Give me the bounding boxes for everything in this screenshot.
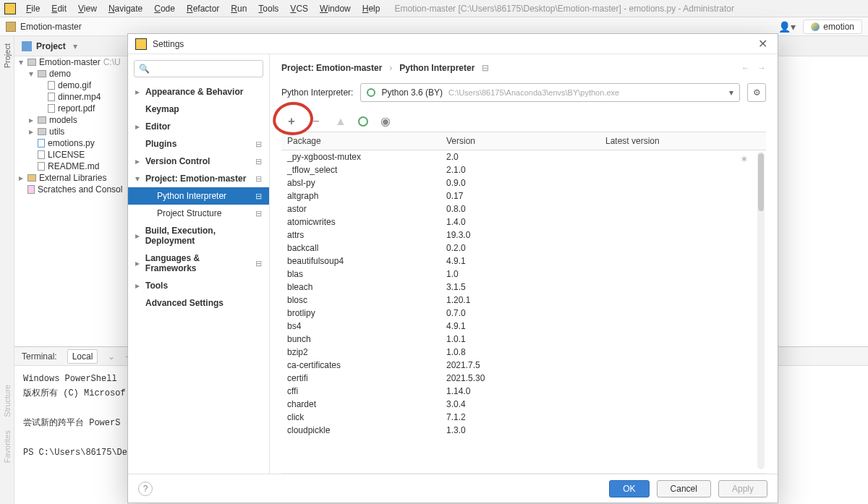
settings-category[interactable]: Plugins⊟: [128, 135, 269, 153]
package-row[interactable]: cloudpickle1.3.0: [281, 424, 766, 437]
dialog-footer: ? OK Cancel Apply: [128, 474, 778, 503]
menu-window[interactable]: Window: [314, 1, 357, 16]
menu-edit[interactable]: Edit: [46, 1, 72, 16]
upgrade-package-button[interactable]: ▲: [333, 115, 348, 128]
show-early-releases-button[interactable]: ◉: [378, 114, 393, 128]
terminal-tab-local[interactable]: Local: [67, 349, 98, 364]
package-row[interactable]: _tflow_select2.1.0: [281, 163, 766, 176]
python-icon: [811, 22, 820, 31]
package-row[interactable]: bzip21.0.8: [281, 346, 766, 359]
interpreter-row: Python Interpreter: Python 3.6 (BY) C:\U…: [281, 83, 766, 102]
loading-spinner-icon: ✶: [740, 153, 749, 165]
package-row[interactable]: chardet3.0.4: [281, 398, 766, 411]
add-package-button[interactable]: +: [284, 115, 299, 128]
folder-icon: [6, 22, 16, 32]
search-icon: 🔍: [139, 64, 150, 74]
help-button[interactable]: ?: [138, 482, 153, 496]
left-tool-gutter: Project Structure Favorites: [0, 36, 14, 504]
dialog-app-icon: [135, 38, 147, 50]
breadcrumb-project[interactable]: Emotion-master: [20, 22, 82, 32]
package-row[interactable]: beautifulsoup44.9.1: [281, 255, 766, 268]
menu-refactor[interactable]: Refactor: [181, 1, 225, 16]
scrollbar-thumb[interactable]: [758, 153, 764, 211]
settings-category[interactable]: ▸Build, Execution, Deployment: [128, 222, 269, 249]
gutter-project[interactable]: Project: [3, 40, 12, 71]
package-scrollbar[interactable]: [757, 152, 765, 469]
header-latest[interactable]: Latest version: [600, 132, 766, 150]
package-row[interactable]: bleach3.1.5: [281, 281, 766, 294]
settings-sidebar: 🔍 ▸Appearance & BehaviorKeymap▸EditorPlu…: [128, 54, 270, 474]
settings-search-input[interactable]: 🔍: [134, 60, 263, 77]
ok-button[interactable]: OK: [609, 480, 649, 497]
terminal-tab-menu[interactable]: ⌄: [108, 351, 115, 362]
settings-category[interactable]: Advanced Settings: [128, 294, 269, 312]
close-icon[interactable]: ✕: [755, 37, 770, 51]
settings-category[interactable]: ▸Languages & Frameworks⊟: [128, 249, 269, 277]
header-package[interactable]: Package: [281, 132, 441, 150]
header-version[interactable]: Version: [441, 132, 600, 150]
main-menubar: FileEditViewNavigateCodeRefactorRunTools…: [0, 0, 868, 17]
menu-vcs[interactable]: VCS: [284, 1, 314, 16]
package-row[interactable]: blas1.0: [281, 268, 766, 281]
package-row[interactable]: click7.1.2: [281, 411, 766, 424]
package-row[interactable]: cffi1.14.0: [281, 385, 766, 398]
package-row[interactable]: altgraph0.17: [281, 189, 766, 202]
settings-category[interactable]: Keymap: [128, 101, 269, 118]
chevron-down-icon[interactable]: ▾: [73, 41, 77, 51]
apply-button[interactable]: Apply: [718, 480, 767, 497]
package-row[interactable]: absl-py0.9.0: [281, 176, 766, 189]
breadcrumb-b: Python Interpreter: [399, 63, 475, 73]
cancel-button[interactable]: Cancel: [657, 480, 711, 497]
menu-tools[interactable]: Tools: [252, 1, 284, 16]
package-rows[interactable]: ✶ _py-xgboost-mutex2.0_tflow_select2.1.0…: [281, 150, 766, 471]
package-row[interactable]: backcall0.2.0: [281, 242, 766, 255]
package-row[interactable]: bunch1.0.1: [281, 333, 766, 346]
package-table: Package Version Latest version ✶ _py-xgb…: [281, 132, 766, 474]
settings-category[interactable]: ▸Appearance & Behavior: [128, 83, 269, 101]
run-config-pill[interactable]: emotion: [803, 20, 862, 34]
settings-category[interactable]: ▸Tools: [128, 277, 269, 294]
package-row[interactable]: bs44.9.1: [281, 320, 766, 333]
menu-help[interactable]: Help: [357, 1, 386, 16]
dialog-titlebar: Settings ✕: [128, 34, 778, 54]
menu-file[interactable]: File: [20, 1, 46, 16]
menu-view[interactable]: View: [72, 1, 103, 16]
settings-category[interactable]: Project Structure⊟: [128, 205, 269, 222]
package-row[interactable]: blosc1.20.1: [281, 294, 766, 307]
settings-category[interactable]: ▸Version Control⊟: [128, 153, 269, 170]
package-row[interactable]: attrs19.3.0: [281, 228, 766, 242]
settings-content: Project: Emotion-master › Python Interpr…: [270, 54, 778, 474]
menu-navigate[interactable]: Navigate: [103, 1, 148, 16]
breadcrumb-a[interactable]: Project: Emotion-master: [281, 63, 382, 73]
dialog-title-text: Settings: [153, 39, 184, 49]
package-row[interactable]: certifi2021.5.30: [281, 372, 766, 385]
chevron-down-icon: ▾: [729, 87, 733, 98]
menu-run[interactable]: Run: [225, 1, 252, 16]
package-toolbar: + − ▲ ◉: [281, 111, 766, 132]
package-row[interactable]: ca-certificates2021.7.5: [281, 359, 766, 372]
gutter-favorites[interactable]: Favorites: [3, 427, 12, 466]
interpreter-settings-button[interactable]: ⚙: [747, 83, 766, 102]
package-row[interactable]: atomicwrites1.4.0: [281, 215, 766, 228]
nav-back-icon[interactable]: ←: [741, 63, 750, 73]
gutter-structure[interactable]: Structure: [3, 382, 12, 420]
nav-forward-icon[interactable]: →: [757, 63, 766, 73]
user-icon[interactable]: 👤▾: [778, 21, 796, 33]
package-row[interactable]: _py-xgboost-mutex2.0: [281, 150, 766, 163]
settings-breadcrumb: Project: Emotion-master › Python Interpr…: [281, 63, 766, 73]
settings-category[interactable]: Python Interpreter⊟: [128, 187, 269, 205]
app-icon: [4, 3, 16, 14]
package-row[interactable]: astor0.8.0: [281, 202, 766, 215]
terminal-label: Terminal:: [22, 351, 57, 362]
chevron-right-icon: ›: [389, 63, 392, 73]
conda-toggle-button[interactable]: [358, 116, 368, 127]
menu-code[interactable]: Code: [148, 1, 181, 16]
interpreter-select[interactable]: Python 3.6 (BY) C:\Users\86175\Anaconda3…: [360, 83, 740, 102]
settings-category[interactable]: ▾Project: Emotion-master⊟: [128, 170, 269, 187]
breadcrumb-scope-icon: ⊟: [482, 63, 489, 73]
project-icon: [22, 41, 32, 51]
package-row[interactable]: brotlipy0.7.0: [281, 307, 766, 320]
settings-category[interactable]: ▸Editor: [128, 118, 269, 135]
conda-icon: [367, 88, 375, 97]
remove-package-button[interactable]: −: [309, 115, 323, 128]
